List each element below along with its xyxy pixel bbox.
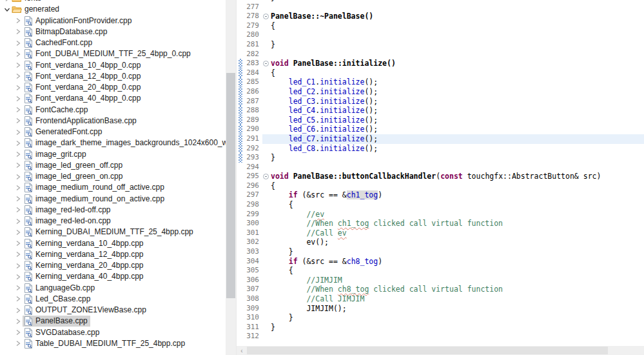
tree-item-file[interactable]: image_grit.cpp	[0, 149, 226, 160]
tree-item-file[interactable]: image_medium_round_on_active.cpp	[0, 194, 226, 205]
tree-item-file[interactable]: image_red-led-on.cpp	[0, 216, 226, 227]
code-text[interactable]: led_C8.initialize();	[271, 144, 644, 154]
tree-item-file[interactable]: GeneratedFont.cpp	[0, 127, 226, 137]
chevron-right-icon[interactable]	[14, 16, 23, 25]
tree-item-file[interactable]: SVGDatabase.cpp	[0, 327, 226, 338]
code-text[interactable]: //Call ev	[271, 228, 644, 238]
chevron-right-icon[interactable]	[14, 294, 23, 303]
chevron-right-icon[interactable]	[14, 128, 23, 137]
chevron-right-icon[interactable]	[14, 83, 23, 92]
code-editor[interactable]: 276 } 277 278 PanelBase::~PanelBase() 27…	[236, 0, 644, 355]
tree-item-file[interactable]: Kerning_verdana_12_4bpp.cpp	[0, 249, 226, 260]
chevron-right-icon[interactable]	[14, 317, 23, 326]
chevron-right-icon[interactable]	[14, 328, 23, 337]
editor-scrollbar-thumb[interactable]	[247, 347, 608, 354]
chevron-right-icon[interactable]	[14, 61, 23, 70]
chevron-down-icon[interactable]	[3, 5, 12, 14]
code-text[interactable]: led_C2.initialize();	[271, 87, 644, 97]
code-text[interactable]: //When ch8_tog clicked call virtual func…	[271, 285, 644, 294]
chevron-right-icon[interactable]	[14, 272, 23, 281]
code-text[interactable]	[271, 30, 644, 40]
code-text[interactable]: led_C6.initialize();	[271, 125, 644, 134]
chevron-right-icon[interactable]	[14, 261, 23, 270]
chevron-right-icon[interactable]	[3, 0, 12, 3]
chevron-right-icon[interactable]	[14, 116, 23, 125]
tree-item-file[interactable]: Kerning_verdana_10_4bpp.cpp	[0, 238, 226, 249]
tree-item-file[interactable]: Kerning_verdana_20_4bpp.cpp	[0, 260, 226, 271]
code-text[interactable]	[271, 50, 644, 59]
tree-item-file[interactable]: image_red-led-off.cpp	[0, 205, 226, 216]
chevron-right-icon[interactable]	[14, 228, 23, 237]
tree-item-file[interactable]: image_led_green_on.cpp	[0, 171, 226, 182]
tree-item-file[interactable]: Table_DUBAI_MEDIUM_TTF_25_4bpp.cpp	[0, 338, 226, 349]
scroll-left-arrow-icon[interactable]: ‹	[237, 346, 247, 355]
tree-item-folder-generated[interactable]: generated	[0, 4, 226, 15]
fold-collapse-icon[interactable]	[263, 14, 269, 19]
fold-gutter[interactable]	[262, 12, 271, 21]
tree-item-file[interactable]: Font_DUBAI_MEDIUM_TTF_25_4bpp_0.cpp	[0, 48, 226, 59]
tree-vertical-scrollbar[interactable]	[226, 0, 236, 355]
code-text[interactable]: led_C3.initialize();	[271, 97, 644, 107]
code-text[interactable]: {	[271, 200, 644, 210]
chevron-right-icon[interactable]	[14, 239, 23, 248]
editor-horizontal-scrollbar[interactable]: ‹	[237, 346, 644, 355]
tree-item-file[interactable]: FontCache.cpp	[0, 105, 226, 116]
code-text[interactable]: //When ch1_tog clicked call virtual func…	[271, 219, 644, 228]
code-text[interactable]: }	[271, 40, 644, 50]
chevron-right-icon[interactable]	[14, 183, 23, 192]
tree-item-file[interactable]: image_dark_theme_images_backgrounds_1024…	[0, 137, 226, 148]
chevron-right-icon[interactable]	[14, 72, 23, 81]
tree-item-file[interactable]: CachedFont.cpp	[0, 37, 226, 48]
chevron-right-icon[interactable]	[14, 27, 23, 36]
code-text[interactable]	[271, 3, 644, 12]
code-text[interactable]: if (&src == &ch1_tog)	[271, 190, 644, 200]
tree-item-file[interactable]: Font_verdana_40_4bpp_0.cpp	[0, 93, 226, 104]
tree-item-file[interactable]: PanelBase.cpp	[0, 316, 226, 327]
tree-item-file[interactable]: Font_verdana_12_4bpp_0.cpp	[0, 71, 226, 82]
chevron-right-icon[interactable]	[14, 339, 23, 348]
code-text[interactable]: led_C5.initialize();	[271, 116, 644, 125]
chevron-right-icon[interactable]	[14, 194, 23, 203]
chevron-right-icon[interactable]	[14, 150, 23, 159]
tree-item-file[interactable]: Font_verdana_10_4bpp_0.cpp	[0, 60, 226, 71]
code-text[interactable]: led_C1.initialize();	[271, 77, 644, 87]
code-text[interactable]: PanelBase::~PanelBase()	[271, 12, 644, 21]
code-text[interactable]: ev();	[271, 238, 644, 247]
chevron-right-icon[interactable]	[14, 205, 23, 214]
code-text[interactable]: {	[271, 68, 644, 78]
code-text[interactable]: void PanelBase::buttonCallbackHandler(co…	[271, 172, 644, 181]
chevron-right-icon[interactable]	[14, 306, 23, 315]
tree-scrollbar-thumb[interactable]	[226, 73, 235, 298]
chevron-right-icon[interactable]	[14, 217, 23, 226]
fold-collapse-icon[interactable]	[263, 61, 269, 66]
tree-item-file[interactable]: BitmapDatabase.cpp	[0, 26, 226, 37]
chevron-right-icon[interactable]	[14, 250, 23, 259]
fold-gutter[interactable]	[262, 172, 271, 181]
code-text[interactable]: {	[271, 21, 644, 31]
code-text[interactable]: {	[271, 266, 644, 276]
code-text[interactable]	[271, 332, 644, 341]
tree-item-file[interactable]: OUTPUT_ZONE1ViewBase.cpp	[0, 305, 226, 316]
code-text[interactable]: void PanelBase::initialize()	[271, 59, 644, 68]
code-text[interactable]: }	[271, 247, 644, 257]
chevron-right-icon[interactable]	[14, 139, 23, 148]
tree-item-file[interactable]: Font_verdana_20_4bpp_0.cpp	[0, 82, 226, 93]
chevron-right-icon[interactable]	[14, 172, 23, 181]
code-text[interactable]: JIMJIM();	[271, 304, 644, 314]
tree-item-file[interactable]: image_medium_round_off_active.cpp	[0, 182, 226, 193]
code-text[interactable]: }	[271, 313, 644, 323]
code-text[interactable]: led_C4.initialize();	[271, 106, 644, 116]
code-text[interactable]: }	[271, 323, 644, 332]
tree-item-file[interactable]: LanguageGb.cpp	[0, 283, 226, 294]
tree-item-file[interactable]: Kerning_verdana_40_4bpp.cpp	[0, 271, 226, 282]
code-text[interactable]: //Call JIMJIM	[271, 294, 644, 304]
tree-item-file[interactable]: Kerning_DUBAI_MEDIUM_TTF_25_4bpp.cpp	[0, 227, 226, 238]
chevron-right-icon[interactable]	[14, 94, 23, 103]
chevron-right-icon[interactable]	[14, 161, 23, 170]
chevron-right-icon[interactable]	[14, 105, 23, 114]
code-text[interactable]: led_C7.initialize();	[271, 134, 644, 144]
fold-gutter[interactable]	[262, 59, 271, 68]
tree-item-file[interactable]: Led_CBase.cpp	[0, 294, 226, 305]
code-text[interactable]	[271, 163, 644, 172]
fold-collapse-icon[interactable]	[263, 174, 269, 179]
